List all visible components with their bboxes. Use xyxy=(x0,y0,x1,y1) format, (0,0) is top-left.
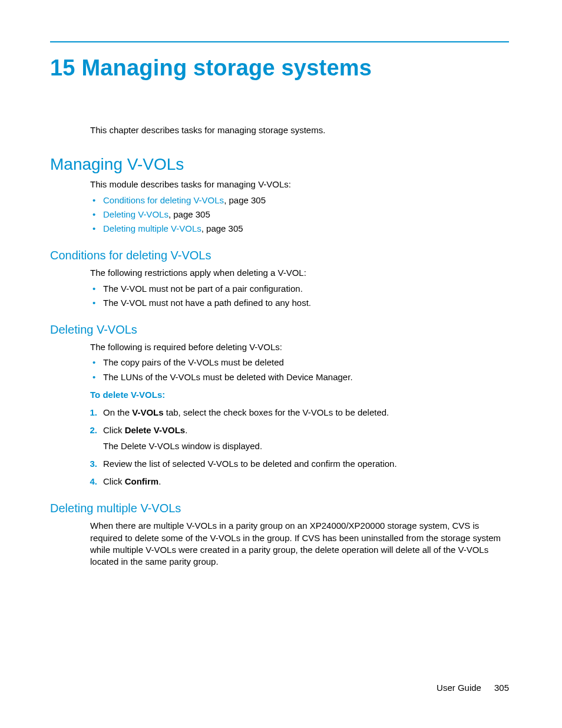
xref-deleting-multiple[interactable]: Deleting multiple V-VOLs xyxy=(103,223,201,233)
step-1: On the V-VOLs tab, select the check boxe… xyxy=(80,407,509,419)
list-item: The V-VOL must not have a path defined t… xyxy=(90,297,509,309)
step-text: . xyxy=(158,476,161,486)
step-text: On the xyxy=(103,407,132,417)
step-4: Click Confirm. xyxy=(80,476,509,487)
page-number: 305 xyxy=(494,683,509,693)
toc-item: Deleting V-VOLs, page 305 xyxy=(90,209,509,220)
step-text: Click xyxy=(103,476,125,486)
list-item: The LUNs of the V-VOLs must be deleted w… xyxy=(90,371,509,383)
step-result: The Delete V-VOLs window is displayed. xyxy=(103,440,509,452)
list-item: The V-VOL must not be part of a pair con… xyxy=(90,283,509,295)
xref-conditions[interactable]: Conditions for deleting V-VOLs xyxy=(103,195,224,205)
page-footer: User Guide305 xyxy=(437,682,509,694)
section-body: This module describes tasks for managing… xyxy=(90,179,509,190)
toc-item: Deleting multiple V-VOLs, page 305 xyxy=(90,223,509,235)
conditions-list: The V-VOL must not be part of a pair con… xyxy=(90,283,509,309)
footer-label: User Guide xyxy=(437,683,481,693)
top-rule xyxy=(50,41,509,42)
list-item: The copy pairs of the V-VOLs must be del… xyxy=(90,357,509,368)
toc-suffix: , page 305 xyxy=(224,195,266,205)
toc-suffix: , page 305 xyxy=(168,209,210,219)
chapter-intro: This chapter describes tasks for managin… xyxy=(90,124,509,136)
step-text: . xyxy=(185,425,187,435)
deleting-list: The copy pairs of the V-VOLs must be del… xyxy=(90,357,509,383)
procedure-title: To delete V-VOLs: xyxy=(90,389,509,401)
section-managing-vvols: Managing V-VOLs xyxy=(50,153,509,176)
subsection-deleting-multiple: Deleting multiple V-VOLs xyxy=(50,500,509,516)
page-container: 15 Managing storage systems This chapter… xyxy=(0,0,562,728)
subsection-deleting: Deleting V-VOLs xyxy=(50,322,509,338)
step-text: tab, select the check boxes for the V-VO… xyxy=(164,407,389,417)
chapter-title: 15 Managing storage systems xyxy=(50,53,509,83)
procedure-steps: On the V-VOLs tab, select the check boxe… xyxy=(80,407,509,487)
step-text: Click xyxy=(103,425,125,435)
step-2: Click Delete V-VOLs. The Delete V-VOLs w… xyxy=(80,424,509,452)
step-3: Review the list of selected V-VOLs to be… xyxy=(80,458,509,470)
deleting-multiple-body: When there are multiple V-VOLs in a pari… xyxy=(90,520,509,568)
conditions-body: The following restrictions apply when de… xyxy=(90,267,509,279)
step-bold: Confirm xyxy=(125,476,159,486)
step-bold: Delete V-VOLs xyxy=(125,425,186,435)
deleting-body: The following is required before deletin… xyxy=(90,341,509,353)
step-text: Review the list of selected V-VOLs to be… xyxy=(103,459,397,469)
toc-item: Conditions for deleting V-VOLs, page 305 xyxy=(90,195,509,206)
toc-list: Conditions for deleting V-VOLs, page 305… xyxy=(90,195,509,235)
subsection-conditions: Conditions for deleting V-VOLs xyxy=(50,248,509,263)
xref-deleting[interactable]: Deleting V-VOLs xyxy=(103,209,168,219)
toc-suffix: , page 305 xyxy=(201,223,243,233)
step-bold: V-VOLs xyxy=(132,407,163,417)
